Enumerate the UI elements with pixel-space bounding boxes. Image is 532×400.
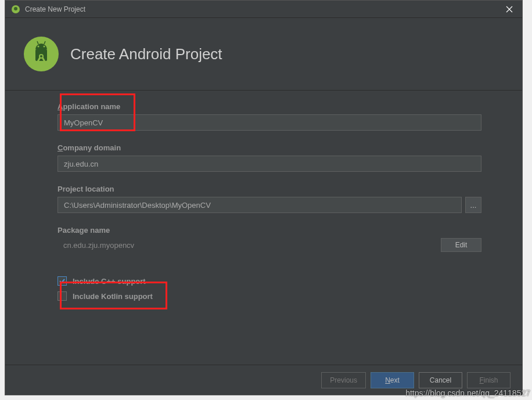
package-name-group: Package name cn.edu.zju.myopencv Edit [57, 226, 481, 252]
package-name-label: Package name [57, 226, 481, 235]
application-name-input[interactable] [57, 114, 481, 131]
finish-button[interactable]: Finish [467, 372, 511, 388]
android-studio-icon [11, 5, 20, 14]
kotlin-support-checkbox[interactable] [57, 291, 67, 301]
dialog-header: Create Android Project [5, 18, 522, 91]
svg-point-5 [44, 46, 45, 48]
cpp-support-label: Include C++ support [73, 277, 146, 286]
kotlin-support-label: Include Kotlin support [73, 292, 153, 301]
dialog-window: Create New Project Create Android Projec… [5, 0, 523, 395]
project-location-group: Project location ... [57, 185, 481, 213]
company-domain-group: Company domain [57, 143, 481, 172]
close-button[interactable] [496, 1, 522, 18]
watermark-text: https://blog.csdn.net/qq_24118527 [405, 388, 530, 398]
company-domain-label: Company domain [57, 143, 481, 152]
next-button[interactable]: Next [371, 372, 414, 388]
company-domain-input[interactable] [57, 156, 481, 172]
edit-package-button[interactable]: Edit [441, 238, 481, 252]
project-location-label: Project location [57, 185, 481, 193]
titlebar: Create New Project [5, 1, 522, 18]
android-logo-icon [23, 35, 60, 73]
cancel-button[interactable]: Cancel [419, 372, 462, 388]
svg-rect-1 [14, 7, 17, 10]
svg-point-4 [38, 46, 39, 48]
cpp-support-checkbox[interactable] [57, 276, 67, 286]
project-location-input[interactable] [57, 197, 462, 213]
application-name-label: Application name [57, 102, 481, 111]
browse-button[interactable]: ... [465, 197, 481, 213]
titlebar-title: Create New Project [25, 5, 496, 13]
application-name-group: Application name [57, 102, 481, 131]
dialog-title: Create Android Project [70, 45, 222, 63]
cpp-support-row: Include C++ support [57, 276, 481, 286]
kotlin-support-row: Include Kotlin support [57, 291, 481, 301]
dialog-content: Application name Company domain Project … [5, 91, 522, 365]
package-name-value: cn.edu.zju.myopencv [57, 239, 435, 252]
previous-button[interactable]: Previous [321, 372, 366, 388]
